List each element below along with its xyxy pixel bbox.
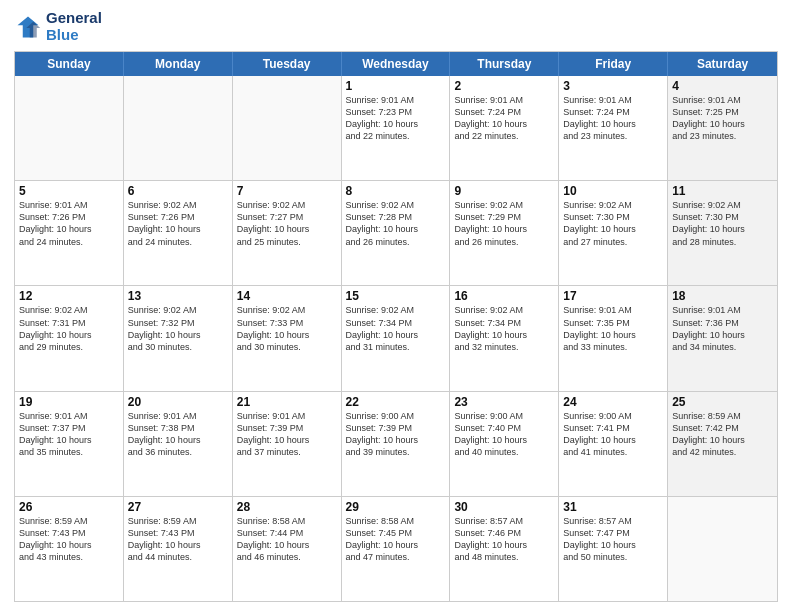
day-number: 2 xyxy=(454,79,554,93)
calendar: SundayMondayTuesdayWednesdayThursdayFrid… xyxy=(14,51,778,602)
calendar-header-row: SundayMondayTuesdayWednesdayThursdayFrid… xyxy=(15,52,777,76)
logo-text: General Blue xyxy=(46,10,102,43)
day-number: 16 xyxy=(454,289,554,303)
cal-cell-2-2: 6Sunrise: 9:02 AM Sunset: 7:26 PM Daylig… xyxy=(124,181,233,285)
cal-cell-4-3: 21Sunrise: 9:01 AM Sunset: 7:39 PM Dayli… xyxy=(233,392,342,496)
day-number: 22 xyxy=(346,395,446,409)
day-number: 4 xyxy=(672,79,773,93)
cell-info: Sunrise: 9:01 AM Sunset: 7:23 PM Dayligh… xyxy=(346,94,446,143)
calendar-body: 1Sunrise: 9:01 AM Sunset: 7:23 PM Daylig… xyxy=(15,76,777,601)
day-number: 21 xyxy=(237,395,337,409)
cell-info: Sunrise: 9:02 AM Sunset: 7:26 PM Dayligh… xyxy=(128,199,228,248)
cell-info: Sunrise: 8:58 AM Sunset: 7:44 PM Dayligh… xyxy=(237,515,337,564)
day-number: 3 xyxy=(563,79,663,93)
cal-header-monday: Monday xyxy=(124,52,233,76)
day-number: 28 xyxy=(237,500,337,514)
cell-info: Sunrise: 9:01 AM Sunset: 7:38 PM Dayligh… xyxy=(128,410,228,459)
cal-cell-4-4: 22Sunrise: 9:00 AM Sunset: 7:39 PM Dayli… xyxy=(342,392,451,496)
cal-cell-1-7: 4Sunrise: 9:01 AM Sunset: 7:25 PM Daylig… xyxy=(668,76,777,180)
cal-cell-5-2: 27Sunrise: 8:59 AM Sunset: 7:43 PM Dayli… xyxy=(124,497,233,601)
cal-cell-1-5: 2Sunrise: 9:01 AM Sunset: 7:24 PM Daylig… xyxy=(450,76,559,180)
cell-info: Sunrise: 9:02 AM Sunset: 7:32 PM Dayligh… xyxy=(128,304,228,353)
cell-info: Sunrise: 8:59 AM Sunset: 7:43 PM Dayligh… xyxy=(19,515,119,564)
cal-cell-5-5: 30Sunrise: 8:57 AM Sunset: 7:46 PM Dayli… xyxy=(450,497,559,601)
cal-cell-2-1: 5Sunrise: 9:01 AM Sunset: 7:26 PM Daylig… xyxy=(15,181,124,285)
cal-header-tuesday: Tuesday xyxy=(233,52,342,76)
day-number: 9 xyxy=(454,184,554,198)
day-number: 5 xyxy=(19,184,119,198)
cell-info: Sunrise: 9:02 AM Sunset: 7:34 PM Dayligh… xyxy=(454,304,554,353)
cal-cell-2-6: 10Sunrise: 9:02 AM Sunset: 7:30 PM Dayli… xyxy=(559,181,668,285)
cal-cell-2-4: 8Sunrise: 9:02 AM Sunset: 7:28 PM Daylig… xyxy=(342,181,451,285)
day-number: 23 xyxy=(454,395,554,409)
cal-cell-1-6: 3Sunrise: 9:01 AM Sunset: 7:24 PM Daylig… xyxy=(559,76,668,180)
day-number: 20 xyxy=(128,395,228,409)
cal-cell-3-5: 16Sunrise: 9:02 AM Sunset: 7:34 PM Dayli… xyxy=(450,286,559,390)
cell-info: Sunrise: 9:02 AM Sunset: 7:34 PM Dayligh… xyxy=(346,304,446,353)
cell-info: Sunrise: 9:01 AM Sunset: 7:25 PM Dayligh… xyxy=(672,94,773,143)
cell-info: Sunrise: 9:01 AM Sunset: 7:24 PM Dayligh… xyxy=(454,94,554,143)
day-number: 24 xyxy=(563,395,663,409)
cell-info: Sunrise: 8:59 AM Sunset: 7:42 PM Dayligh… xyxy=(672,410,773,459)
cell-info: Sunrise: 8:58 AM Sunset: 7:45 PM Dayligh… xyxy=(346,515,446,564)
cal-cell-1-4: 1Sunrise: 9:01 AM Sunset: 7:23 PM Daylig… xyxy=(342,76,451,180)
cell-info: Sunrise: 9:01 AM Sunset: 7:35 PM Dayligh… xyxy=(563,304,663,353)
day-number: 30 xyxy=(454,500,554,514)
cal-cell-4-1: 19Sunrise: 9:01 AM Sunset: 7:37 PM Dayli… xyxy=(15,392,124,496)
cal-cell-3-2: 13Sunrise: 9:02 AM Sunset: 7:32 PM Dayli… xyxy=(124,286,233,390)
cal-cell-1-3 xyxy=(233,76,342,180)
day-number: 26 xyxy=(19,500,119,514)
logo: General Blue xyxy=(14,10,102,43)
day-number: 15 xyxy=(346,289,446,303)
cal-cell-1-1 xyxy=(15,76,124,180)
day-number: 14 xyxy=(237,289,337,303)
cell-info: Sunrise: 9:01 AM Sunset: 7:36 PM Dayligh… xyxy=(672,304,773,353)
day-number: 1 xyxy=(346,79,446,93)
cal-cell-3-6: 17Sunrise: 9:01 AM Sunset: 7:35 PM Dayli… xyxy=(559,286,668,390)
cal-cell-2-5: 9Sunrise: 9:02 AM Sunset: 7:29 PM Daylig… xyxy=(450,181,559,285)
cal-header-thursday: Thursday xyxy=(450,52,559,76)
cell-info: Sunrise: 9:00 AM Sunset: 7:41 PM Dayligh… xyxy=(563,410,663,459)
cal-cell-5-7 xyxy=(668,497,777,601)
cell-info: Sunrise: 9:02 AM Sunset: 7:29 PM Dayligh… xyxy=(454,199,554,248)
day-number: 12 xyxy=(19,289,119,303)
cal-cell-2-7: 11Sunrise: 9:02 AM Sunset: 7:30 PM Dayli… xyxy=(668,181,777,285)
cell-info: Sunrise: 9:02 AM Sunset: 7:30 PM Dayligh… xyxy=(672,199,773,248)
day-number: 18 xyxy=(672,289,773,303)
cal-cell-5-6: 31Sunrise: 8:57 AM Sunset: 7:47 PM Dayli… xyxy=(559,497,668,601)
day-number: 8 xyxy=(346,184,446,198)
cal-header-wednesday: Wednesday xyxy=(342,52,451,76)
day-number: 11 xyxy=(672,184,773,198)
cell-info: Sunrise: 9:00 AM Sunset: 7:39 PM Dayligh… xyxy=(346,410,446,459)
cal-week-5: 26Sunrise: 8:59 AM Sunset: 7:43 PM Dayli… xyxy=(15,496,777,601)
cal-cell-3-1: 12Sunrise: 9:02 AM Sunset: 7:31 PM Dayli… xyxy=(15,286,124,390)
day-number: 27 xyxy=(128,500,228,514)
cal-cell-4-5: 23Sunrise: 9:00 AM Sunset: 7:40 PM Dayli… xyxy=(450,392,559,496)
day-number: 29 xyxy=(346,500,446,514)
cell-info: Sunrise: 9:02 AM Sunset: 7:31 PM Dayligh… xyxy=(19,304,119,353)
day-number: 10 xyxy=(563,184,663,198)
day-number: 6 xyxy=(128,184,228,198)
cell-info: Sunrise: 9:02 AM Sunset: 7:27 PM Dayligh… xyxy=(237,199,337,248)
cell-info: Sunrise: 9:02 AM Sunset: 7:28 PM Dayligh… xyxy=(346,199,446,248)
cal-week-1: 1Sunrise: 9:01 AM Sunset: 7:23 PM Daylig… xyxy=(15,76,777,180)
cal-cell-5-3: 28Sunrise: 8:58 AM Sunset: 7:44 PM Dayli… xyxy=(233,497,342,601)
cell-info: Sunrise: 8:57 AM Sunset: 7:46 PM Dayligh… xyxy=(454,515,554,564)
day-number: 13 xyxy=(128,289,228,303)
cell-info: Sunrise: 9:01 AM Sunset: 7:39 PM Dayligh… xyxy=(237,410,337,459)
day-number: 17 xyxy=(563,289,663,303)
cal-cell-1-2 xyxy=(124,76,233,180)
cal-cell-4-7: 25Sunrise: 8:59 AM Sunset: 7:42 PM Dayli… xyxy=(668,392,777,496)
day-number: 31 xyxy=(563,500,663,514)
cal-cell-4-2: 20Sunrise: 9:01 AM Sunset: 7:38 PM Dayli… xyxy=(124,392,233,496)
logo-icon xyxy=(14,13,42,41)
cell-info: Sunrise: 8:59 AM Sunset: 7:43 PM Dayligh… xyxy=(128,515,228,564)
cal-cell-5-1: 26Sunrise: 8:59 AM Sunset: 7:43 PM Dayli… xyxy=(15,497,124,601)
cal-week-2: 5Sunrise: 9:01 AM Sunset: 7:26 PM Daylig… xyxy=(15,180,777,285)
cal-cell-3-7: 18Sunrise: 9:01 AM Sunset: 7:36 PM Dayli… xyxy=(668,286,777,390)
cal-header-friday: Friday xyxy=(559,52,668,76)
header: General Blue xyxy=(14,10,778,43)
day-number: 7 xyxy=(237,184,337,198)
cell-info: Sunrise: 8:57 AM Sunset: 7:47 PM Dayligh… xyxy=(563,515,663,564)
day-number: 25 xyxy=(672,395,773,409)
